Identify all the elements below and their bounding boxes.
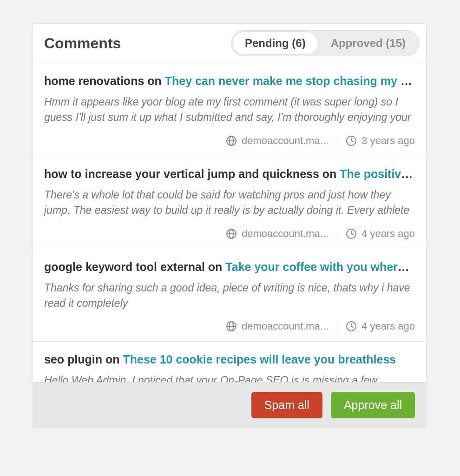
comment-item[interactable]: home renovations on They can never make … (33, 63, 426, 156)
comment-title: google keyword tool external on Take you… (44, 260, 415, 274)
comment-author: home renovations (44, 74, 144, 87)
meta-site: demoaccount.ma... (226, 135, 329, 147)
comment-post-link[interactable]: They can never make me stop chasing my o… (165, 74, 415, 87)
meta-site-text: demoaccount.ma... (242, 228, 329, 240)
approve-all-button[interactable]: Approve all (331, 392, 415, 418)
comment-item[interactable]: seo plugin on These 10 cookie recipes wi… (33, 342, 426, 382)
comment-on-word: on (102, 353, 123, 366)
comment-post-link[interactable]: These 10 cookie recipes will leave you b… (123, 353, 396, 366)
panel-footer: Spam all Approve all (33, 382, 426, 428)
spam-all-button[interactable]: Spam all (251, 392, 322, 418)
clock-icon (346, 228, 357, 239)
comment-on-word: on (144, 74, 164, 87)
comment-title: seo plugin on These 10 cookie recipes wi… (44, 353, 415, 366)
comment-item[interactable]: google keyword tool external on Take you… (33, 249, 426, 342)
clock-icon (346, 321, 357, 332)
meta-divider (337, 227, 337, 240)
panel-title: Comments (44, 35, 121, 52)
meta-site: demoaccount.ma... (226, 228, 329, 240)
comment-body: There's a whole lot that could be said f… (44, 187, 415, 219)
comment-author: how to increase your vertical jump and q… (44, 167, 319, 180)
meta-time-text: 4 years ago (361, 320, 415, 332)
comment-meta: demoaccount.ma... 4 years ago (44, 227, 415, 240)
comment-author: seo plugin (44, 353, 102, 366)
comment-body: Hello Web Admin, I noticed that your On-… (44, 373, 415, 382)
tab-pending[interactable]: Pending (6) (232, 32, 318, 55)
meta-time: 4 years ago (346, 228, 415, 240)
meta-time: 4 years ago (346, 320, 415, 332)
meta-time-text: 4 years ago (361, 228, 415, 240)
meta-site-text: demoaccount.ma... (242, 135, 329, 147)
comment-post-link[interactable]: The positive e... (340, 167, 415, 180)
clock-icon (346, 135, 357, 146)
meta-divider (337, 320, 337, 333)
globe-icon (226, 135, 237, 146)
comment-title: how to increase your vertical jump and q… (44, 167, 415, 181)
comment-item[interactable]: how to increase your vertical jump and q… (33, 156, 426, 249)
comments-panel: Comments Pending (6) Approved (15) home … (33, 23, 427, 428)
tab-approved[interactable]: Approved (15) (318, 32, 418, 55)
globe-icon (226, 321, 237, 332)
meta-divider (337, 134, 337, 147)
comment-meta: demoaccount.ma... 4 years ago (44, 320, 415, 333)
comment-on-word: on (319, 167, 340, 180)
meta-site: demoaccount.ma... (226, 320, 329, 332)
comments-list[interactable]: home renovations on They can never make … (33, 63, 426, 382)
comment-title: home renovations on They can never make … (44, 74, 415, 88)
meta-site-text: demoaccount.ma... (242, 320, 329, 332)
comment-author: google keyword tool external (44, 260, 205, 273)
globe-icon (226, 228, 237, 239)
comment-body: Hmm it appears like yoor blog ate my fir… (44, 94, 415, 126)
comment-post-link[interactable]: Take your coffee with you wherever you g… (225, 260, 415, 273)
comment-body: Thanks for sharing such a good idea, pie… (44, 280, 415, 311)
comment-on-word: on (205, 260, 225, 273)
comment-meta: demoaccount.ma... 3 years ago (44, 134, 415, 147)
panel-header: Comments Pending (6) Approved (15) (33, 24, 426, 63)
tabs: Pending (6) Approved (15) (231, 30, 420, 56)
meta-time: 3 years ago (346, 135, 415, 147)
meta-time-text: 3 years ago (361, 135, 415, 147)
